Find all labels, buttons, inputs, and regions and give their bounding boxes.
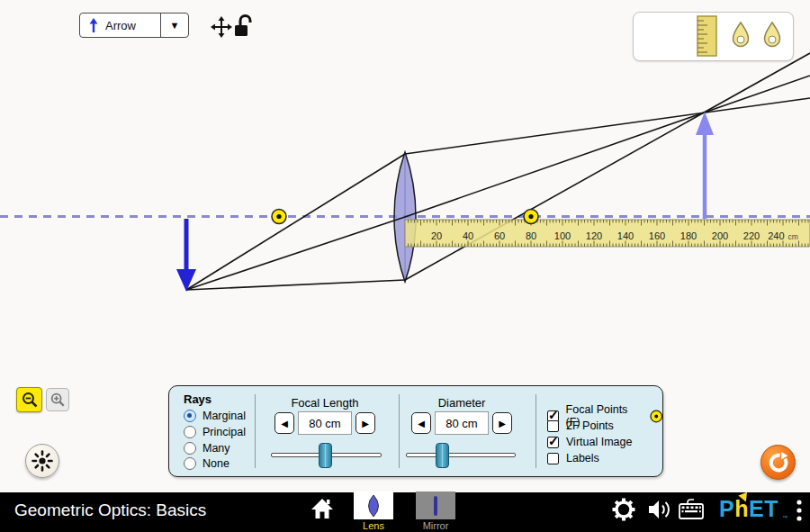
ruler-label: 200 [712, 230, 728, 241]
home-icon[interactable] [310, 498, 334, 519]
keyboard-icon[interactable] [678, 498, 705, 521]
ruler-label: 140 [617, 230, 634, 241]
focal-point-right [524, 210, 538, 224]
position-marker-tool[interactable] [759, 20, 786, 54]
focal-length-title: Focal Length [291, 396, 358, 410]
radio-icon [184, 457, 196, 470]
phet-logo[interactable]: PhET [719, 496, 778, 522]
ruler-label: 20 [431, 230, 442, 241]
ruler-label: 240cm [768, 230, 798, 241]
sim-title: Geometric Optics: Basics [14, 500, 206, 520]
focal-length-value: 80 cm [298, 411, 352, 435]
ruler-label: 60 [494, 230, 505, 241]
focal-point-left [272, 210, 286, 224]
focal-point-icon [650, 410, 662, 423]
mirror-icon [431, 494, 440, 518]
diameter-slider-track[interactable] [406, 453, 516, 457]
diameter-value: 80 cm [435, 411, 489, 435]
radio-principal[interactable]: Principal [184, 426, 246, 438]
ruler-label: 80 [526, 230, 536, 241]
zoom-out-button[interactable] [16, 387, 42, 412]
second-point-button[interactable] [25, 444, 59, 478]
image-arrow [696, 112, 714, 219]
object-selector[interactable]: Arrow ▼ [79, 13, 189, 38]
ruler-label: 180 [680, 230, 697, 241]
position-marker-tool[interactable] [727, 20, 754, 54]
radio-marginal[interactable]: Marginal [184, 410, 246, 422]
radio-icon [184, 426, 196, 438]
control-panel: Rays Marginal Principal Many None Focal … [168, 385, 663, 477]
diameter-title: Diameter [438, 396, 486, 410]
radio-icon [184, 410, 196, 422]
object-selector-label: Arrow [105, 19, 136, 32]
sound-icon[interactable] [646, 498, 671, 521]
vertical-ruler-tool-icon[interactable] [697, 15, 718, 57]
magnifier-minus-icon [21, 391, 39, 409]
tab-mirror-label[interactable]: Mirror [423, 520, 449, 531]
focal-length-decrement-button[interactable]: ◀ [274, 412, 294, 434]
reset-all-button[interactable] [760, 445, 796, 480]
tab-lens[interactable] [354, 491, 393, 519]
light-rays [186, 53, 810, 290]
lens-icon [364, 493, 382, 518]
focal-length-slider-handle[interactable] [319, 443, 332, 468]
tab-lens-label[interactable]: Lens [363, 520, 384, 531]
object-selector-value[interactable]: Arrow [80, 14, 160, 37]
checkbox-labels[interactable]: Labels [547, 452, 599, 464]
ruler-label: 220 [743, 230, 760, 241]
diameter-increment-button[interactable]: ▶ [492, 412, 512, 434]
diameter-decrement-button[interactable]: ◀ [411, 412, 431, 434]
up-arrow-icon [88, 17, 99, 33]
object-arrow[interactable] [176, 219, 196, 292]
ruler-label: 40 [463, 230, 473, 241]
checkbox-virtual-image[interactable]: Virtual Image [547, 436, 632, 448]
ruler-label: 100 [554, 230, 571, 241]
horizontal-ruler[interactable]: 20406080100120140160180200220240cm [405, 220, 810, 247]
divider [399, 394, 400, 468]
focal-length-increment-button[interactable]: ▶ [356, 412, 375, 434]
divider [255, 394, 256, 468]
radio-icon [184, 442, 196, 455]
checkbox-2f-points[interactable]: 2F Points [547, 419, 614, 432]
ruler-label: 160 [649, 230, 665, 241]
checkbox-icon [547, 437, 559, 448]
phet-trademark: ™ [782, 515, 788, 520]
checkbox-icon [547, 420, 559, 432]
checkbox-icon [547, 453, 559, 464]
chevron-down-icon[interactable]: ▼ [160, 14, 188, 37]
magnifier-plus-icon [50, 392, 66, 408]
zoom-in-button[interactable] [46, 388, 69, 411]
divider [536, 394, 536, 468]
point-light-icon [31, 449, 54, 473]
reset-arrow-icon [768, 452, 789, 473]
tab-mirror[interactable] [416, 491, 455, 519]
rays-title: Rays [184, 392, 212, 406]
gear-icon[interactable] [612, 498, 635, 521]
unlocked-padlock-icon[interactable] [232, 14, 254, 39]
diameter-slider-handle[interactable] [436, 443, 449, 468]
ruler-label: 120 [586, 230, 602, 241]
radio-none[interactable]: None [184, 457, 230, 470]
move-icon[interactable] [211, 16, 232, 38]
radio-many[interactable]: Many [184, 442, 230, 455]
menu-dots-icon[interactable] [795, 499, 804, 524]
